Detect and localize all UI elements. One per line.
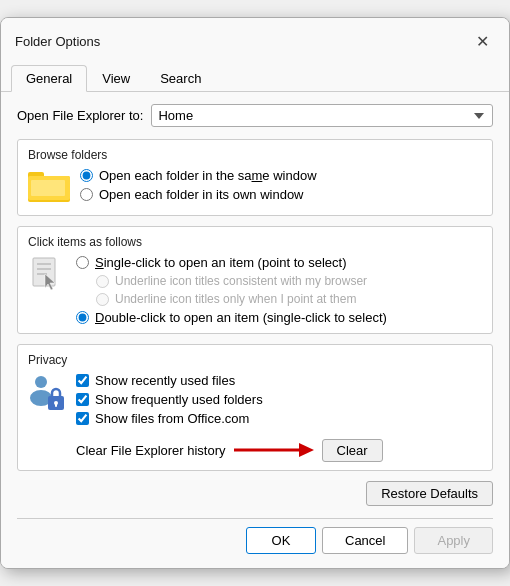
- browse-folders-section: Browse folders Open each folder in the s…: [17, 139, 493, 216]
- clear-history-row: Clear File Explorer history Clear: [76, 438, 383, 462]
- clear-history-label: Clear File Explorer history: [76, 443, 226, 458]
- radio-single-click[interactable]: Single-click to open an item (point to s…: [76, 255, 387, 270]
- browse-folders-inner: Open each folder in the same window Open…: [28, 168, 482, 207]
- arrow-area: Clear: [234, 438, 383, 462]
- ok-button[interactable]: OK: [246, 527, 316, 554]
- tab-content: Open File Explorer to: Home This PC Quic…: [1, 92, 509, 518]
- privacy-icon-area: [28, 375, 66, 413]
- svg-rect-13: [55, 403, 57, 407]
- restore-defaults-row: Restore Defaults: [17, 481, 493, 506]
- svg-point-9: [35, 376, 47, 388]
- radio-own-window[interactable]: Open each folder in its own window: [80, 187, 317, 202]
- click-items-inner: Single-click to open an item (point to s…: [28, 255, 482, 325]
- browse-folders-label: Browse folders: [28, 148, 482, 162]
- click-items-radios: Single-click to open an item (point to s…: [76, 255, 387, 325]
- tab-view[interactable]: View: [87, 65, 145, 92]
- click-items-label: Click items as follows: [28, 235, 482, 249]
- tab-search[interactable]: Search: [145, 65, 216, 92]
- title-bar: Folder Options ✕: [1, 18, 509, 54]
- radio-single-click-input[interactable]: [76, 256, 89, 269]
- cursor-icon-area: [28, 257, 66, 295]
- open-explorer-section: Open File Explorer to: Home This PC Quic…: [17, 104, 493, 127]
- footer-buttons: OK Cancel Apply: [1, 519, 509, 568]
- restore-defaults-button[interactable]: Restore Defaults: [366, 481, 493, 506]
- svg-marker-15: [299, 443, 314, 457]
- dialog-title: Folder Options: [15, 34, 100, 49]
- close-button[interactable]: ✕: [469, 28, 495, 54]
- tab-bar: General View Search: [1, 58, 509, 92]
- radio-underline-browser-input: [96, 275, 109, 288]
- browse-folders-radios: Open each folder in the same window Open…: [80, 168, 317, 202]
- radio-underline-browser: Underline icon titles consistent with my…: [96, 274, 387, 288]
- privacy-checkboxes: Show recently used files Show frequently…: [76, 373, 383, 462]
- radio-double-click-input[interactable]: [76, 311, 89, 324]
- checkbox-frequent-folders[interactable]: Show frequently used folders: [76, 392, 383, 407]
- radio-same-window[interactable]: Open each folder in the same window: [80, 168, 317, 183]
- svg-rect-3: [31, 180, 65, 196]
- folder-icon-area: [28, 170, 70, 207]
- checkbox-frequent-folders-input[interactable]: [76, 393, 89, 406]
- radio-own-window-input[interactable]: [80, 188, 93, 201]
- radio-underline-point: Underline icon titles only when I point …: [96, 292, 387, 306]
- radio-underline-point-input: [96, 293, 109, 306]
- red-arrow-icon: [234, 438, 314, 462]
- checkbox-office-files-input[interactable]: [76, 412, 89, 425]
- checkbox-office-files[interactable]: Show files from Office.com: [76, 411, 383, 426]
- radio-same-window-input[interactable]: [80, 169, 93, 182]
- radio-double-click[interactable]: Double-click to open an item (single-cli…: [76, 310, 387, 325]
- privacy-section: Privacy: [17, 344, 493, 471]
- privacy-label: Privacy: [28, 353, 482, 367]
- tab-general[interactable]: General: [11, 65, 87, 92]
- open-explorer-dropdown[interactable]: Home This PC Quick Access: [151, 104, 493, 127]
- privacy-icon: [28, 374, 66, 414]
- folder-options-dialog: Folder Options ✕ General View Search Ope…: [0, 17, 510, 569]
- folder-icon: [28, 170, 70, 204]
- apply-button: Apply: [414, 527, 493, 554]
- privacy-inner: Show recently used files Show frequently…: [28, 373, 482, 462]
- checkbox-recent-files-input[interactable]: [76, 374, 89, 387]
- click-icon: [29, 256, 65, 296]
- open-explorer-label: Open File Explorer to:: [17, 108, 143, 123]
- checkbox-recent-files[interactable]: Show recently used files: [76, 373, 383, 388]
- clear-button[interactable]: Clear: [322, 439, 383, 462]
- click-items-section: Click items as follows: [17, 226, 493, 334]
- cancel-button[interactable]: Cancel: [322, 527, 408, 554]
